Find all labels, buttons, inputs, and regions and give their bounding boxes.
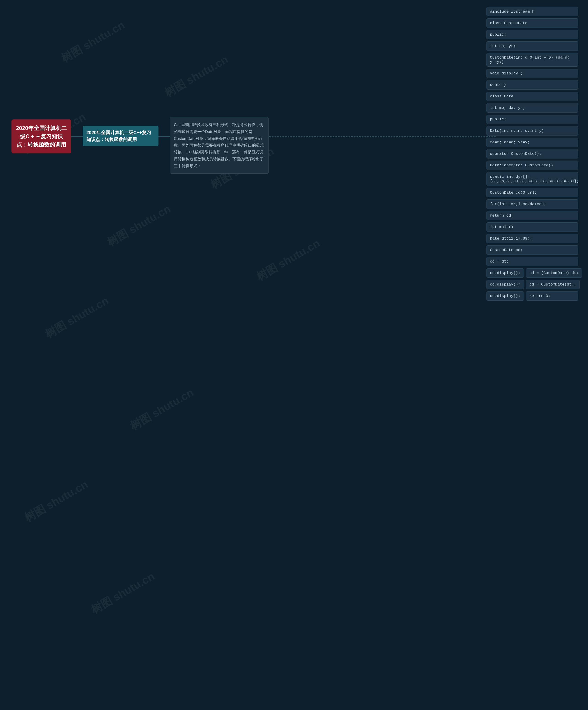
description-box: C++里调用转换函数有三种形式：种是隐式转换，例如编译器需要一个Date对象，而… <box>170 117 269 174</box>
code-nodes-column: #include iostream.h class CustomDate pub… <box>487 7 578 301</box>
code-node-assign: mo=m; da=d; yr=y; <box>487 138 578 147</box>
code-node-customdate-cd-var: CustomDate cd; <box>487 245 578 255</box>
code-node-int-da-yr: int da, yr; <box>487 41 578 51</box>
code-node-date-operator: Date::operator CustomDate() <box>487 161 578 170</box>
description-text: C++里调用转换函数有三种形式：种是隐式转换，例如编译器需要一个Date对象，而… <box>174 123 264 168</box>
code-node-return-cd: return cd; <box>487 211 578 220</box>
code-node-int-main: int main() <box>487 222 578 232</box>
code-node-static-dys: static int dys[]={31,28,31,30,31,30,31,3… <box>487 172 578 186</box>
code-node-cd-display-1: cd.display(); <box>487 268 524 278</box>
code-node-void-display: void display() <box>487 69 578 78</box>
code-node-public1: public: <box>487 30 578 39</box>
code-node-class-date: class Date <box>487 92 578 101</box>
code-node-custom-date-ctor: CustomDate(int d=0,int y=0) {da=d; yr=y;… <box>487 53 578 67</box>
code-node-for-loop: for(int i=0;i cd.da+=da; <box>487 199 578 209</box>
code-node-date-dt: Date dt(11,17,89); <box>487 234 578 243</box>
code-node-public2: public: <box>487 115 578 124</box>
main-title-text: 2020年全国计算机二级C＋＋复习知识点：转换函数的调用 <box>16 125 67 148</box>
code-node-return-zero: return 0; <box>526 291 578 301</box>
code-node-operator-custom-date: operator CustomDate(); <box>487 149 578 159</box>
code-node-cd-display-3: cd.display(); <box>487 291 524 301</box>
code-node-int-mo-da-yr: int mo, da, yr; <box>487 103 578 113</box>
code-node-cd-display-2: cd.display(); <box>487 280 524 289</box>
code-node-cd-custom-date-dt: cd = CustomDate(dt); <box>526 280 580 289</box>
main-title-box: 2020年全国计算机二级C＋＋复习知识点：转换函数的调用 <box>11 119 71 153</box>
code-node-cout: cout< } <box>487 80 578 90</box>
code-node-date-ctor: Date(int m,int d,int y) <box>487 126 578 136</box>
code-node-custom-date-cd: CustomDate cd(0,yr); <box>487 188 578 197</box>
code-node-cd-assign-dt: cd = dt; <box>487 257 578 266</box>
code-node-cd-cast-assign: cd = (CustomDate) dt; <box>526 268 582 278</box>
code-node-include: #include iostream.h <box>487 7 578 16</box>
middle-title-text: 2020年全国计算机二级C++复习知识点：转换函数的调用 <box>86 130 151 142</box>
code-node-custom-date-class: class CustomDate <box>487 18 578 28</box>
middle-title-box: 2020年全国计算机二级C++复习知识点：转换函数的调用 <box>83 126 159 146</box>
